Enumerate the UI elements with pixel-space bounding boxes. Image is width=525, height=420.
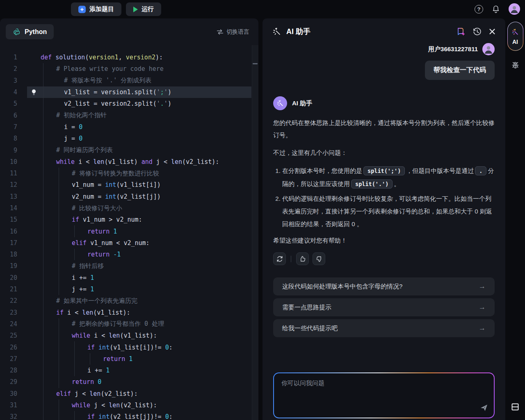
code-text: # 如果其中一个列表先遍历完 <box>41 295 251 306</box>
code-text: # 将修订号转换为整数进行比较 <box>41 168 251 179</box>
chat-input-container <box>273 372 495 418</box>
code-line-32[interactable]: 32if int(v2_list[j])!= 0: <box>0 411 258 420</box>
send-icon[interactable] <box>479 403 488 413</box>
code-line-2[interactable]: 2# Please write your code here <box>0 63 258 75</box>
code-line-7[interactable]: 7i = 0 <box>0 121 258 133</box>
code-line-14[interactable]: 14# 比较修订号大小 <box>0 202 258 214</box>
new-chat-icon[interactable] <box>456 27 466 36</box>
add-problem-label: 添加题目 <box>89 5 114 13</box>
code-text: # 将版本号按 '.' 分割成列表 <box>41 75 251 86</box>
code-line-17[interactable]: 17elif v1_num < v2_num: <box>0 237 258 249</box>
line-number: 26 <box>0 344 27 351</box>
sparkle-icon <box>272 27 281 36</box>
code-line-15[interactable]: 15if v1_num > v2_num: <box>0 214 258 225</box>
lightbulb-icon[interactable] <box>27 89 41 96</box>
chat-input[interactable] <box>274 373 494 418</box>
code-line-19[interactable]: 19# 指针后移 <box>0 260 258 272</box>
suggestion-list: 这段代码如何处理版本号中包含字母的情况?→需要一点思路提示→给我一些代码提示吧→ <box>273 277 495 337</box>
ai-panel-header: AI 助手 <box>262 18 505 36</box>
close-icon[interactable] <box>489 28 495 35</box>
scrollbar-thumb[interactable] <box>253 63 258 64</box>
line-number: 9 <box>0 147 27 154</box>
code-line-12[interactable]: 12v1_num = int(v1_list[i]) <box>0 179 258 191</box>
code-line-8[interactable]: 8j = 0 <box>0 133 258 144</box>
code-line-30[interactable]: 30elif j < len(v2_list): <box>0 388 258 400</box>
code-line-20[interactable]: 20i += 1 <box>0 272 258 284</box>
ai-list-item: 代码的逻辑在处理剩余修订号时比较复杂，可以考虑简化一下。比如当一个列表先遍历完时… <box>282 192 495 230</box>
debug-icon[interactable] <box>511 61 520 72</box>
suggestion-text: 需要一点思路提示 <box>282 304 479 311</box>
code-line-13[interactable]: 13v2_num = int(v2_list[j]) <box>0 191 258 202</box>
code-text: # 把剩余的修订号都当作 0 处理 <box>41 318 251 330</box>
code-line-24[interactable]: 24# 把剩余的修订号都当作 0 处理 <box>0 318 258 330</box>
regenerate-button[interactable] <box>273 252 286 265</box>
code-text: elif j < len(v2_list): <box>41 388 251 400</box>
code-line-18[interactable]: 18return -1 <box>0 249 258 260</box>
code-line-10[interactable]: 10while i < len(v1_list) and j < len(v2_… <box>0 156 258 168</box>
code-text: def solution(version1, version2): <box>41 52 251 63</box>
code-text: v1_num = int(v1_list[i]) <box>41 179 251 191</box>
code-line-31[interactable]: 31while j < len(v2_list): <box>0 400 258 411</box>
run-button[interactable]: 运行 <box>126 2 161 16</box>
ai-toggle-button[interactable]: AI <box>507 22 523 51</box>
panel-layout-icon[interactable] <box>511 402 520 413</box>
line-number: 29 <box>0 378 27 386</box>
code-line-29[interactable]: 29return 0 <box>0 376 258 388</box>
ai-paragraph: 不过，这里有几个小问题： <box>273 147 495 159</box>
actions-divider <box>291 256 291 262</box>
code-line-27[interactable]: 27return 1 <box>0 353 258 365</box>
suggestion-chip[interactable]: 这段代码如何处理版本号中包含字母的情况?→ <box>273 277 495 295</box>
code-area[interactable]: 1def solution(version1, version2):2# Ple… <box>0 45 258 420</box>
line-number: 18 <box>0 251 27 258</box>
line-number: 17 <box>0 239 27 247</box>
help-icon[interactable]: ? <box>475 5 483 14</box>
code-line-16[interactable]: 16return 1 <box>0 225 258 237</box>
thumbs-up-button[interactable] <box>296 252 309 265</box>
code-line-6[interactable]: 6# 初始化两个指针 <box>0 109 258 121</box>
code-text: j += 1 <box>41 284 251 295</box>
code-line-26[interactable]: 26if int(v1_list[i])!= 0: <box>0 341 258 353</box>
code-text: while j < len(v2_list): <box>41 400 251 411</box>
python-logo-icon <box>13 28 21 36</box>
code-line-11[interactable]: 11# 将修订号转换为整数进行比较 <box>0 168 258 179</box>
user-avatar-topbar[interactable] <box>509 3 520 15</box>
editor-scrollbar[interactable] <box>252 45 258 420</box>
code-line-1[interactable]: 1def solution(version1, version2): <box>0 52 258 63</box>
history-icon[interactable] <box>472 27 482 36</box>
switch-language-button[interactable]: 切换语言 <box>217 28 249 36</box>
bell-icon[interactable] <box>492 5 500 14</box>
add-problem-button[interactable]: + 添加题目 <box>71 2 121 16</box>
code-text: while i < len(v1_list): <box>41 330 251 341</box>
code-line-25[interactable]: 25while i < len(v1_list): <box>0 330 258 341</box>
code-line-22[interactable]: 22# 如果其中一个列表先遍历完 <box>0 295 258 306</box>
code-text: if int(v1_list[i])!= 0: <box>41 341 251 353</box>
play-icon <box>133 7 138 12</box>
code-line-4[interactable]: 4v1_list = version1.split(';') <box>0 86 258 98</box>
user-message-bubble: 帮我检查一下代码 <box>425 61 495 80</box>
line-number: 5 <box>0 100 27 107</box>
ai-avatar <box>273 96 287 110</box>
code-text: v2_num = int(v2_list[j]) <box>41 191 251 202</box>
code-text: # 初始化两个指针 <box>41 109 251 121</box>
ai-panel-title: AI 助手 <box>286 27 310 36</box>
suggestion-chip[interactable]: 给我一些代码提示吧→ <box>273 319 495 337</box>
suggestion-chip[interactable]: 需要一点思路提示→ <box>273 298 495 316</box>
code-line-9[interactable]: 9# 同时遍历两个列表 <box>0 144 258 156</box>
code-text: # Please write your code here <box>41 63 251 75</box>
suggestion-text: 给我一些代码提示吧 <box>282 325 479 332</box>
ai-list: 在分割版本号时，您使用的是split(';')，但题目中版本号是通过.分隔的，所… <box>273 164 495 230</box>
language-tab-python[interactable]: Python <box>6 24 54 39</box>
ai-sparkle-icon <box>511 28 519 36</box>
code-line-5[interactable]: 5v2_list = version2.split('.') <box>0 98 258 109</box>
code-line-23[interactable]: 23if i < len(v1_list): <box>0 307 258 318</box>
code-line-28[interactable]: 28i += 1 <box>0 365 258 376</box>
line-number: 27 <box>0 355 27 363</box>
ai-assistant-panel: AI 助手 <box>262 18 505 420</box>
thumbs-down-button[interactable] <box>313 252 325 265</box>
ai-sender-name: AI 助手 <box>292 100 312 107</box>
line-number: 28 <box>0 367 27 374</box>
code-line-21[interactable]: 21j += 1 <box>0 284 258 295</box>
code-text: # 指针后移 <box>41 260 251 272</box>
line-number: 12 <box>0 181 27 188</box>
code-line-3[interactable]: 3# 将版本号按 '.' 分割成列表 <box>0 75 258 86</box>
